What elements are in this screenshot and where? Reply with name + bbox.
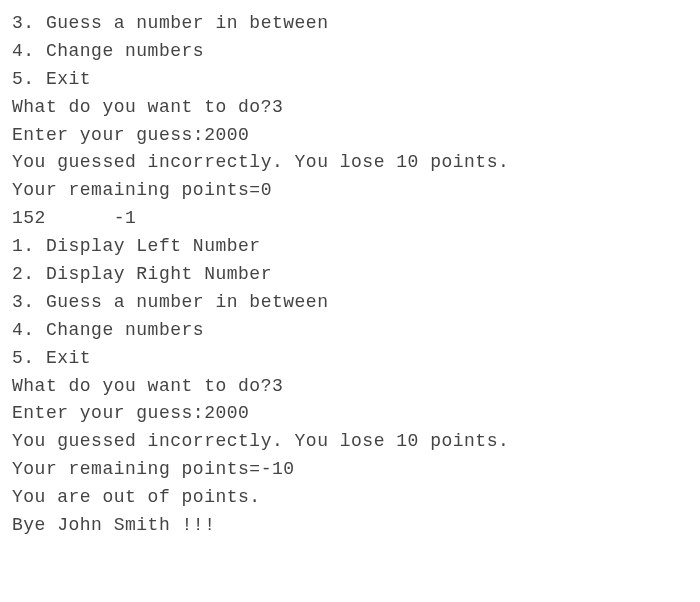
- menu-option-4: 4. Change numbers: [12, 38, 688, 66]
- out-of-points: You are out of points.: [12, 484, 688, 512]
- terminal-output: 3. Guess a number in between 4. Change n…: [12, 10, 688, 540]
- prompt-choice: What do you want to do?3: [12, 373, 688, 401]
- menu-option-1: 1. Display Left Number: [12, 233, 688, 261]
- points-remaining: Your remaining points=-10: [12, 456, 688, 484]
- menu-option-2: 2. Display Right Number: [12, 261, 688, 289]
- menu-option-5: 5. Exit: [12, 345, 688, 373]
- result-incorrect: You guessed incorrectly. You lose 10 poi…: [12, 149, 688, 177]
- prompt-guess: Enter your guess:2000: [12, 122, 688, 150]
- menu-option-3: 3. Guess a number in between: [12, 10, 688, 38]
- numbers-display: 152 -1: [12, 205, 688, 233]
- points-remaining: Your remaining points=0: [12, 177, 688, 205]
- prompt-choice: What do you want to do?3: [12, 94, 688, 122]
- result-incorrect: You guessed incorrectly. You lose 10 poi…: [12, 428, 688, 456]
- goodbye-message: Bye John Smith !!!: [12, 512, 688, 540]
- menu-option-4: 4. Change numbers: [12, 317, 688, 345]
- prompt-guess: Enter your guess:2000: [12, 400, 688, 428]
- menu-option-5: 5. Exit: [12, 66, 688, 94]
- menu-option-3: 3. Guess a number in between: [12, 289, 688, 317]
